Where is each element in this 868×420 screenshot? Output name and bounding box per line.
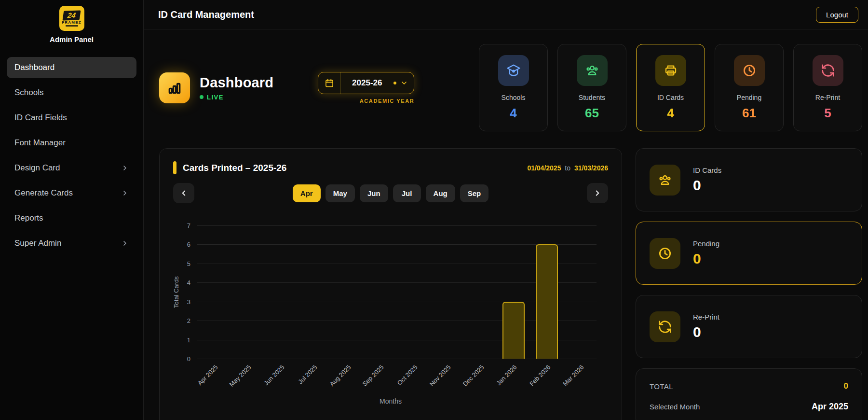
selected-month-row: Selected Month Apr 2025 bbox=[650, 402, 848, 412]
stat-card-schools[interactable]: Schools4 bbox=[479, 44, 548, 131]
stat-cards-row: Schools4Students65ID Cards4Pending61Re-P… bbox=[479, 44, 862, 131]
hero-left: Dashboard LIVE bbox=[159, 72, 273, 103]
sidebar-nav: DashboardSchoolsID Card FieldsFont Manag… bbox=[0, 57, 143, 258]
sidebar-item-generate-cards[interactable]: Generate Cards bbox=[7, 182, 136, 204]
month-tab-jul[interactable]: Jul bbox=[393, 184, 421, 202]
summary-texts: Pending0 bbox=[693, 239, 719, 267]
sidebar-item-font-manager[interactable]: Font Manager bbox=[7, 132, 136, 154]
x-axis-title: Months bbox=[173, 397, 608, 405]
x-tick-label: Mar 2026 bbox=[548, 364, 585, 400]
month-tab-jun[interactable]: Jun bbox=[360, 184, 388, 202]
logout-button[interactable]: Logout bbox=[816, 7, 858, 23]
sidebar-item-design-card[interactable]: Design Card bbox=[7, 157, 136, 179]
month-tab-sep[interactable]: Sep bbox=[460, 184, 489, 202]
sidebar-item-label: Font Manager bbox=[14, 138, 66, 148]
academic-year-caption: ACADEMIC YEAR bbox=[360, 98, 415, 104]
selected-month-label: Selected Month bbox=[650, 403, 700, 411]
y-tick-label: 6 bbox=[187, 241, 190, 248]
prev-months-button[interactable] bbox=[173, 183, 194, 203]
stat-card-label: Pending bbox=[737, 94, 761, 101]
month-tab-aug[interactable]: Aug bbox=[426, 184, 455, 202]
chevron-right-icon bbox=[593, 189, 602, 197]
x-tick-label: Oct 2025 bbox=[382, 364, 419, 400]
y-tick-label: 3 bbox=[187, 298, 190, 305]
dashboard-title: Dashboard bbox=[200, 75, 273, 91]
hero-texts: Dashboard LIVE bbox=[200, 75, 273, 101]
school-icon bbox=[498, 55, 529, 86]
x-tick-label: Feb 2026 bbox=[515, 364, 552, 400]
chart-date-range: 01/04/2025 to 31/03/2026 bbox=[527, 164, 608, 172]
x-tick-label: Dec 2025 bbox=[448, 364, 485, 400]
date-to: 31/03/2026 bbox=[574, 164, 608, 172]
chevron-right-icon bbox=[121, 189, 129, 197]
stat-card-pending[interactable]: Pending61 bbox=[715, 44, 784, 131]
summary-texts: Re-Print0 bbox=[693, 313, 719, 340]
total-value: 0 bbox=[844, 381, 848, 391]
brand: 24 FRAMEZ Admin Panel bbox=[0, 6, 143, 43]
y-tick-label: 4 bbox=[187, 279, 190, 286]
content: Dashboard LIVE bbox=[144, 29, 868, 420]
sidebar-item-reports[interactable]: Reports bbox=[7, 208, 136, 229]
month-tab-may[interactable]: May bbox=[326, 184, 355, 202]
x-tick-label: Sep 2025 bbox=[349, 364, 385, 400]
summary-card-label: ID Cards bbox=[693, 166, 721, 174]
users-icon bbox=[650, 165, 680, 196]
clock-icon bbox=[734, 55, 765, 86]
year-dot-icon bbox=[393, 82, 396, 84]
summary-card-id-cards[interactable]: ID Cards0 bbox=[636, 148, 862, 211]
sidebar-item-dashboard[interactable]: Dashboard bbox=[7, 57, 136, 78]
main-area: ID Card Management Logout Dashboard L bbox=[144, 0, 868, 420]
x-tick-label: Aug 2025 bbox=[315, 364, 352, 400]
logo-strip bbox=[66, 25, 78, 27]
sidebar-item-id-card-fields[interactable]: ID Card Fields bbox=[7, 107, 136, 128]
logo-framez-text: FRAMEZ bbox=[62, 21, 81, 25]
academic-year-wrap: 2025-26 ACADEMIC YEAR bbox=[318, 72, 414, 104]
stat-card-label: Re-Print bbox=[815, 94, 840, 101]
chevron-right-icon bbox=[121, 164, 129, 172]
sidebar-item-super-admin[interactable]: Super Admin bbox=[7, 233, 136, 254]
bar-feb-2026[interactable] bbox=[536, 244, 558, 359]
sidebar: 24 FRAMEZ Admin Panel DashboardSchoolsID… bbox=[0, 0, 144, 420]
x-tick-label: Jun 2025 bbox=[249, 364, 285, 400]
date-separator: to bbox=[563, 164, 572, 172]
date-from: 01/04/2025 bbox=[527, 164, 561, 172]
stat-card-value: 4 bbox=[510, 106, 516, 121]
summary-card-value: 0 bbox=[693, 251, 719, 267]
summary-card-value: 0 bbox=[693, 324, 719, 340]
chart-title-pill bbox=[173, 161, 176, 174]
x-tick-label: May 2025 bbox=[216, 364, 252, 400]
y-tick-label: 0 bbox=[187, 355, 190, 363]
brand-logo: 24 FRAMEZ bbox=[59, 6, 84, 31]
y-axis-title: Total Cards bbox=[173, 276, 180, 308]
chevron-down-icon bbox=[400, 79, 408, 87]
stat-card-students[interactable]: Students65 bbox=[557, 44, 626, 131]
sidebar-item-schools[interactable]: Schools bbox=[7, 82, 136, 103]
y-tick-label: 7 bbox=[187, 222, 190, 229]
logo-24-text: 24 bbox=[63, 10, 81, 20]
total-row: TOTAL 0 bbox=[650, 381, 848, 391]
stat-card-id-cards[interactable]: ID Cards4 bbox=[636, 44, 705, 131]
next-months-button[interactable] bbox=[587, 183, 608, 203]
stat-card-label: Schools bbox=[502, 94, 526, 101]
month-tabs-row: AprMayJunJulAugSep bbox=[173, 183, 608, 203]
chart-title: Cards Printed – 2025-26 bbox=[183, 163, 286, 173]
academic-year-select[interactable]: 2025-26 bbox=[318, 72, 414, 94]
month-tabs: AprMayJunJulAugSep bbox=[194, 184, 587, 202]
cards-printed-chart-card: Cards Printed – 2025-26 01/04/2025 to 31… bbox=[159, 148, 622, 420]
total-label: TOTAL bbox=[650, 382, 673, 391]
bar-chart-plot: Total Cards 01234567 bbox=[197, 225, 597, 359]
sidebar-item-label: Design Card bbox=[14, 163, 60, 173]
sidebar-item-label: Dashboard bbox=[14, 63, 54, 72]
stat-card-re-print[interactable]: Re-Print5 bbox=[793, 44, 862, 131]
chart-header: Cards Printed – 2025-26 01/04/2025 to 31… bbox=[173, 161, 608, 174]
summary-card-pending[interactable]: Pending0 bbox=[636, 222, 862, 285]
refresh-icon bbox=[650, 311, 680, 342]
lower-row: Cards Printed – 2025-26 01/04/2025 to 31… bbox=[159, 148, 862, 420]
month-tab-apr[interactable]: Apr bbox=[293, 184, 321, 202]
y-tick-label: 2 bbox=[187, 317, 190, 324]
bar-jan-2026[interactable] bbox=[502, 302, 525, 359]
summary-card-re-print[interactable]: Re-Print0 bbox=[636, 295, 862, 358]
summary-card-label: Pending bbox=[693, 239, 719, 248]
sidebar-item-label: Generate Cards bbox=[14, 188, 73, 198]
sidebar-item-label: Super Admin bbox=[14, 238, 61, 248]
